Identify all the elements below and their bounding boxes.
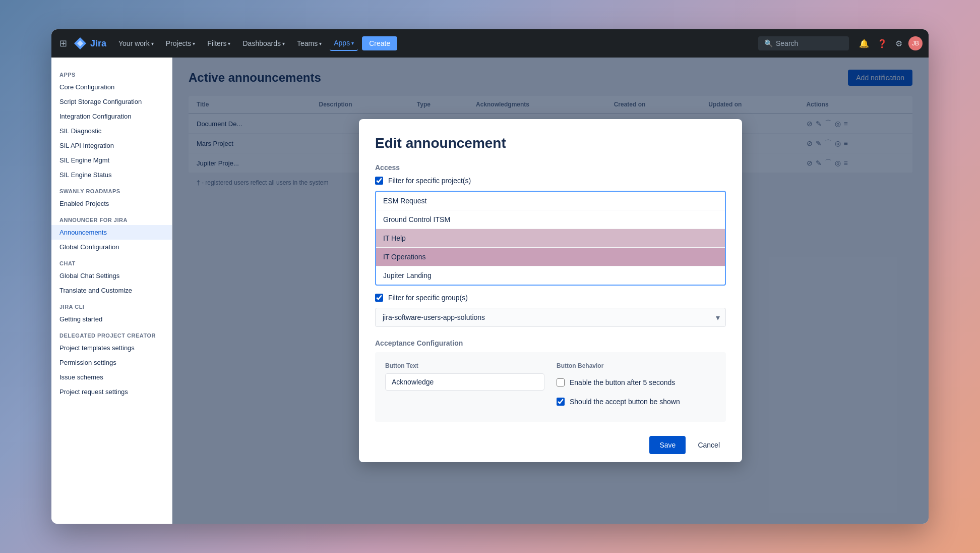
modal-footer: Save Cancel [375, 436, 726, 454]
sidebar-apps-label: Apps [51, 66, 172, 80]
sidebar-item-enabled-projects[interactable]: Enabled Projects [51, 196, 172, 211]
show-accept-btn-row: Should the accept button be shown [557, 398, 716, 406]
teams-chevron: ▾ [319, 41, 322, 46]
sidebar-item-getting-started[interactable]: Getting started [51, 312, 172, 326]
sidebar-item-global-config[interactable]: Global Configuration [51, 240, 172, 254]
sidebar-item-sil-api[interactable]: SIL API Integration [51, 138, 172, 153]
project-jupiter-landing[interactable]: Jupiter Landing [376, 266, 725, 285]
enable-after-5s-row: Enable the button after 5 seconds [557, 378, 716, 386]
navbar: ⊞ Jira Your work ▾ Projects ▾ Filters ▾ … [51, 29, 929, 58]
sidebar-item-project-request[interactable]: Project request settings [51, 384, 172, 399]
dashboards-chevron: ▾ [282, 41, 285, 46]
sidebar: Apps Core Configuration Script Storage C… [51, 58, 172, 524]
sidebar-item-integration-config[interactable]: Integration Configuration [51, 109, 172, 124]
sidebar-item-global-chat[interactable]: Global Chat Settings [51, 268, 172, 283]
sidebar-item-core-config[interactable]: Core Configuration [51, 80, 172, 94]
projects-chevron: ▾ [193, 41, 195, 46]
filter-projects-checkbox[interactable] [375, 177, 383, 185]
apps-nav[interactable]: Apps ▾ [330, 36, 358, 51]
show-accept-btn-label: Should the accept button be shown [570, 398, 680, 406]
filter-groups-checkbox[interactable] [375, 294, 383, 302]
your-work-nav[interactable]: Your work ▾ [114, 36, 158, 50]
button-behavior-label: Button Behavior [557, 362, 716, 369]
access-section-label: Access [375, 163, 726, 172]
show-accept-btn-checkbox[interactable] [557, 398, 565, 406]
enable-after-5s-label: Enable the button after 5 seconds [570, 378, 675, 386]
button-behavior-column: Button Behavior Enable the button after … [557, 362, 716, 412]
dashboards-nav[interactable]: Dashboards ▾ [238, 36, 289, 50]
filters-chevron: ▾ [228, 41, 230, 46]
sidebar-item-announcements[interactable]: Announcements [51, 225, 172, 240]
button-text-column: Button Text [385, 362, 544, 412]
sidebar-section-jira-cli: JIRA CLI [51, 298, 172, 312]
project-esm-request[interactable]: ESM Request [376, 192, 725, 210]
create-button[interactable]: Create [362, 36, 397, 50]
filter-groups-label: Filter for specific group(s) [388, 294, 468, 302]
button-text-label: Button Text [385, 362, 544, 369]
group-dropdown-wrapper: jira-software-users-app-solutions jira-a… [375, 308, 726, 327]
sidebar-section-swanly: SWANLY ROADMAPS [51, 182, 172, 196]
help-icon[interactable]: ❓ [875, 37, 889, 50]
edit-announcement-modal: Edit announcement Access Filter for spec… [359, 119, 742, 462]
browser-window: ⊞ Jira Your work ▾ Projects ▾ Filters ▾ … [51, 29, 929, 524]
modal-title: Edit announcement [375, 135, 726, 151]
cancel-button[interactable]: Cancel [692, 436, 726, 454]
project-it-operations[interactable]: IT Operations [376, 248, 725, 266]
sidebar-section-announcer: ANNOUNCER FOR JIRA [51, 211, 172, 225]
filters-nav[interactable]: Filters ▾ [203, 36, 234, 50]
nav-icons: 🔔 ❓ ⚙ JB [857, 36, 923, 50]
sidebar-item-issue-schemes[interactable]: Issue schemes [51, 370, 172, 384]
sidebar-section-delegated: DELEGATED PROJECT CREATOR [51, 326, 172, 341]
logo-text: Jira [90, 38, 106, 49]
save-button[interactable]: Save [649, 436, 686, 454]
grid-icon[interactable]: ⊞ [57, 36, 69, 51]
project-list: ESM Request Ground Control ITSM IT Help … [375, 191, 726, 286]
main-layout: Apps Core Configuration Script Storage C… [51, 58, 929, 524]
project-ground-control[interactable]: Ground Control ITSM [376, 210, 725, 229]
sidebar-item-sil-engine-status[interactable]: SIL Engine Status [51, 168, 172, 182]
teams-nav[interactable]: Teams ▾ [293, 36, 326, 50]
search-bar[interactable]: 🔍 Search [758, 36, 849, 50]
user-avatar[interactable]: JB [908, 36, 923, 50]
acceptance-section-label: Acceptance Configuration [375, 339, 726, 347]
settings-icon[interactable]: ⚙ [893, 37, 904, 50]
filter-projects-label: Filter for specific project(s) [388, 177, 471, 185]
sidebar-item-project-templates[interactable]: Project templates settings [51, 341, 172, 355]
sidebar-item-permission-settings[interactable]: Permission settings [51, 355, 172, 370]
sidebar-item-script-storage[interactable]: Script Storage Configuration [51, 94, 172, 109]
content-area: Active announcements Add notification Ti… [172, 58, 929, 524]
filter-groups-row: Filter for specific group(s) [375, 294, 726, 302]
projects-nav[interactable]: Projects ▾ [162, 36, 200, 50]
jira-logo[interactable]: Jira [73, 36, 106, 50]
button-text-input[interactable] [385, 373, 544, 391]
your-work-chevron: ▾ [151, 41, 154, 46]
notifications-icon[interactable]: 🔔 [857, 37, 871, 50]
sidebar-section-chat: CHAT [51, 254, 172, 268]
sidebar-item-sil-engine-mgmt[interactable]: SIL Engine Mgmt [51, 153, 172, 168]
sidebar-item-translate[interactable]: Translate and Customize [51, 283, 172, 298]
project-it-help[interactable]: IT Help [376, 229, 725, 248]
sidebar-item-sil-diagnostic[interactable]: SIL Diagnostic [51, 124, 172, 138]
modal-overlay[interactable]: Edit announcement Access Filter for spec… [172, 58, 929, 524]
group-dropdown[interactable]: jira-software-users-app-solutions jira-a… [375, 308, 726, 327]
filter-projects-row: Filter for specific project(s) [375, 177, 726, 185]
search-icon: 🔍 [764, 39, 773, 47]
enable-after-5s-checkbox[interactable] [557, 378, 565, 386]
acceptance-grid: Button Text Button Behavior Enable the b… [375, 352, 726, 422]
apps-chevron: ▾ [351, 40, 354, 46]
